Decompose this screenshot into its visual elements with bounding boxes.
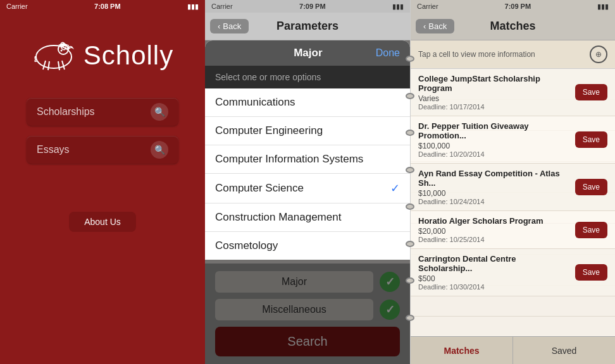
schol-name-3: Ayn Rand Essay Competition - Atlas Sh...: [418, 169, 570, 188]
battery-icons-1: ▮▮▮: [187, 3, 199, 11]
modal-title: Major: [240, 47, 376, 59]
svg-line-4: [48, 61, 49, 70]
svg-point-7: [60, 50, 62, 52]
option-computer-information-systems[interactable]: Computer Information Systems: [205, 145, 410, 174]
modal-header: Major Done: [205, 40, 410, 66]
schol-amount-1: Varies: [418, 94, 570, 103]
app-title: Scholly: [84, 40, 173, 71]
status-bar-3: Carrier 7:09 PM ▮▮▮: [411, 0, 615, 13]
schol-name-5: Carrington Dental Centre Scholarship...: [418, 254, 570, 273]
schol-deadline-4: Deadline: 10/25/2014: [418, 236, 570, 243]
option-cosmetology[interactable]: Cosmetology: [205, 232, 410, 260]
matches-back-button[interactable]: ‹ Back: [416, 19, 454, 33]
modal-done-button[interactable]: Done: [376, 47, 400, 59]
svg-line-6: [62, 61, 65, 70]
schol-amount-4: $20,000: [418, 227, 570, 236]
time-1: 7:08 PM: [94, 3, 121, 10]
matches-nav-bar: ‹ Back Matches: [411, 13, 615, 40]
scholarships-button[interactable]: Scholarships 🔍: [27, 98, 178, 126]
scholarship-item-3[interactable]: Ayn Rand Essay Competition - Atlas Sh...…: [411, 164, 615, 211]
status-bar-1: Carrier 7:08 PM ▮▮▮: [0, 0, 205, 13]
essays-button[interactable]: Essays 🔍: [27, 136, 178, 164]
filter-icon[interactable]: ⊕: [590, 46, 607, 63]
major-modal-overlay: Major Done Select one or more options Co…: [205, 40, 410, 364]
save-button-4[interactable]: Save: [575, 222, 607, 238]
scholarship-item-4[interactable]: Horatio Alger Scholars Program $20,000 D…: [411, 211, 615, 249]
schol-deadline-1: Deadline: 10/17/2014: [418, 103, 570, 111]
save-button-2[interactable]: Save: [575, 131, 607, 148]
option-communications[interactable]: Communications: [205, 88, 410, 117]
checkmark-icon: ✓: [390, 181, 400, 195]
carrier-1: Carrier: [6, 3, 28, 10]
save-button-5[interactable]: Save: [575, 264, 607, 281]
info-header: Tap a cell to view more information ⊕: [411, 40, 615, 69]
schol-deadline-5: Deadline: 10/30/2014: [418, 283, 570, 291]
battery-icons-3: ▮▮▮: [597, 3, 609, 11]
scholarship-item-5[interactable]: Carrington Dental Centre Scholarship... …: [411, 249, 615, 296]
option-computer-engineering[interactable]: Computer Engineering: [205, 117, 410, 145]
option-computer-science[interactable]: Computer Science ✓: [205, 174, 410, 203]
about-button[interactable]: About Us: [69, 212, 136, 232]
tab-saved[interactable]: Saved: [513, 337, 615, 364]
parameters-back-button[interactable]: ‹ Back: [210, 19, 249, 33]
schol-name-4: Horatio Alger Scholars Program: [418, 216, 570, 226]
essays-search-icon: 🔍: [151, 141, 168, 159]
panel-matches: Carrier 7:09 PM ▮▮▮ ‹ Back Matches Tap a…: [410, 0, 615, 364]
schol-name-2: Dr. Pepper Tuition Giveaway Promotion...: [418, 121, 570, 140]
status-bar-2: Carrier 7:09 PM ▮▮▮: [205, 0, 410, 13]
major-modal: Major Done Select one or more options Co…: [205, 40, 410, 260]
logo-area: Scholly: [32, 38, 173, 73]
matches-title: Matches: [490, 20, 535, 33]
modal-placeholder: Select one or more options: [205, 66, 410, 88]
logo-row: Scholly: [32, 38, 173, 73]
panel-home: Carrier 7:08 PM ▮▮▮ Scholly: [0, 0, 205, 364]
schol-amount-3: $10,000: [418, 189, 570, 198]
svg-line-3: [43, 61, 46, 70]
panel-parameters: Carrier 7:09 PM ▮▮▮ ‹ Back Parameters Ma…: [205, 0, 410, 364]
options-list: Communications Computer Engineering Comp…: [205, 88, 410, 260]
scholarships-search-icon: 🔍: [151, 103, 168, 121]
parameters-title: Parameters: [276, 20, 339, 33]
info-text: Tap a cell to view more information: [418, 50, 535, 59]
time-2: 7:09 PM: [299, 3, 326, 10]
scholarship-item-1[interactable]: College JumpStart Scholarship Program Va…: [411, 69, 615, 116]
schol-amount-2: $100,000: [418, 142, 570, 150]
scholarship-item-2[interactable]: Dr. Pepper Tuition Giveaway Promotion...…: [411, 116, 615, 164]
save-button-3[interactable]: Save: [575, 179, 607, 195]
schol-deadline-2: Deadline: 10/20/2014: [418, 150, 570, 158]
scholarship-list: College JumpStart Scholarship Program Va…: [411, 69, 615, 336]
schol-amount-5: $500: [418, 274, 570, 283]
save-button-1[interactable]: Save: [575, 84, 607, 100]
tab-matches[interactable]: Matches: [411, 337, 513, 364]
schol-name-1: College JumpStart Scholarship Program: [418, 74, 570, 93]
bottom-tabs: Matches Saved: [411, 336, 615, 364]
time-3: 7:09 PM: [505, 3, 531, 10]
carrier-3: Carrier: [417, 3, 438, 10]
svg-line-5: [58, 61, 59, 70]
parameters-nav-bar: ‹ Back Parameters: [205, 13, 410, 40]
option-construction-management[interactable]: Construction Management: [205, 203, 410, 232]
battery-icons-2: ▮▮▮: [392, 3, 404, 11]
schol-deadline-3: Deadline: 10/24/2014: [418, 198, 570, 205]
logo-dog-icon: [32, 38, 76, 73]
carrier-2: Carrier: [211, 3, 233, 10]
